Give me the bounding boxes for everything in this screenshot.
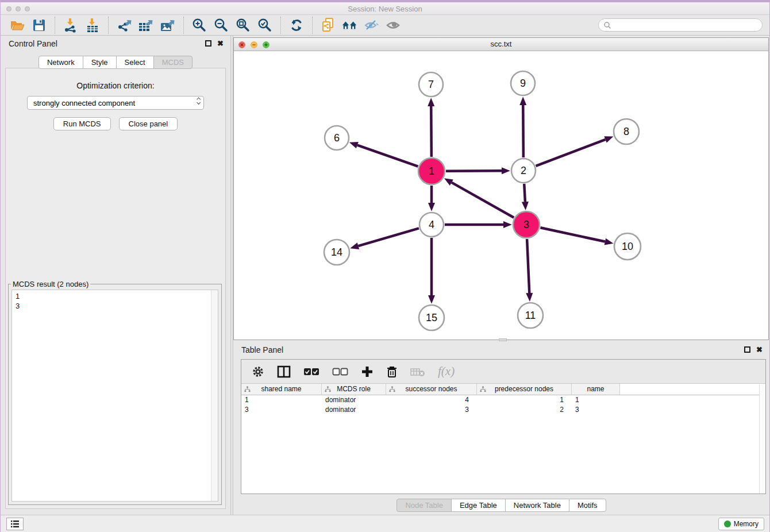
refresh-icon[interactable] — [288, 17, 305, 33]
node-4[interactable]: 4 — [419, 213, 444, 237]
table-cell[interactable]: 4 — [386, 395, 477, 405]
table-scrollbar[interactable] — [759, 384, 765, 494]
node-3[interactable]: 3 — [513, 211, 540, 238]
import-network-icon[interactable] — [62, 17, 79, 33]
run-mcds-button[interactable]: Run MCDS — [53, 117, 111, 130]
node-14[interactable]: 14 — [324, 240, 349, 265]
zoom-out-icon[interactable] — [213, 17, 230, 33]
show-all-icon[interactable] — [385, 17, 402, 33]
table-cell[interactable]: dominator — [322, 395, 386, 405]
table-cell[interactable]: 1 — [572, 395, 620, 405]
delete-column-icon[interactable] — [386, 365, 398, 378]
network-titlebar[interactable]: scc.txt — [234, 38, 768, 51]
edge-3-1[interactable] — [452, 183, 514, 218]
save-session-icon[interactable] — [30, 17, 48, 33]
table-cell[interactable]: 3 — [572, 405, 620, 415]
node-2[interactable]: 2 — [511, 159, 536, 183]
node-9[interactable]: 9 — [511, 71, 535, 95]
close-table-panel-icon[interactable]: ✖ — [756, 346, 763, 353]
edge-2-9[interactable] — [523, 105, 523, 157]
memory-button[interactable]: Memory — [718, 518, 764, 530]
select-all-columns-icon[interactable] — [303, 368, 319, 376]
column-header-predecessor-nodes[interactable]: predecessor nodes — [477, 384, 572, 395]
node-8[interactable]: 8 — [614, 119, 639, 144]
table-row[interactable]: 3dominator323 — [241, 405, 765, 415]
node-1[interactable]: 1 — [418, 158, 445, 184]
table-toolbar: f(x) — [241, 360, 765, 384]
node-7[interactable]: 7 — [419, 72, 443, 97]
svg-text:9: 9 — [520, 78, 526, 89]
edge-1-2[interactable] — [446, 171, 502, 171]
export-network-icon[interactable] — [116, 17, 133, 33]
table-panel-title: Table Panel — [241, 345, 283, 354]
open-session-icon[interactable] — [9, 17, 26, 33]
window-titlebar: Session: New Session — [1, 0, 769, 15]
node-6[interactable]: 6 — [325, 126, 349, 150]
table-row[interactable]: 1dominator411 — [241, 395, 765, 405]
edge-3-10[interactable] — [540, 228, 605, 241]
tab-motifs[interactable]: Motifs — [569, 499, 606, 512]
svg-text:7: 7 — [428, 79, 434, 90]
edge-2-8[interactable] — [536, 140, 606, 166]
search-field[interactable] — [598, 18, 763, 32]
table-body: 1dominator4113dominator323 — [241, 395, 765, 415]
node-15[interactable]: 15 — [419, 305, 444, 330]
add-column-icon[interactable] — [361, 365, 374, 378]
close-panel-icon[interactable]: ✖ — [217, 40, 224, 47]
edge-1-7[interactable] — [431, 106, 432, 157]
hide-selection-icon[interactable] — [363, 17, 380, 33]
network-canvas[interactable]: 7968124314101511 — [234, 51, 768, 340]
float-panel-icon[interactable] — [205, 40, 211, 47]
tab-select[interactable]: Select — [116, 56, 154, 69]
frame-resize-handle[interactable] — [499, 338, 507, 341]
svg-text:6: 6 — [334, 132, 340, 144]
tab-network[interactable]: Network — [38, 56, 83, 69]
split-columns-icon[interactable] — [277, 365, 291, 378]
column-header-shared-name[interactable]: shared name — [241, 384, 322, 395]
search-input[interactable] — [614, 21, 752, 29]
edge-1-6[interactable] — [357, 145, 418, 167]
zoom-fit-icon[interactable] — [234, 17, 252, 33]
import-table-icon[interactable] — [84, 17, 101, 33]
tab-mcds[interactable]: MCDS — [153, 56, 192, 69]
node-11[interactable]: 11 — [518, 303, 543, 328]
minimize-network-icon[interactable] — [251, 41, 257, 48]
table-cell[interactable]: 2 — [477, 405, 572, 415]
table-header-row: shared nameMCDS rolesuccessor nodesprede… — [241, 384, 765, 395]
edge-4-14[interactable] — [358, 228, 418, 246]
optimization-dropdown[interactable]: strongly connected component — [27, 96, 204, 110]
list-icon — [10, 520, 20, 528]
mcds-result-area[interactable]: 1 3 — [11, 290, 218, 502]
node-10[interactable]: 10 — [614, 233, 641, 260]
column-header-name[interactable]: name — [572, 384, 620, 395]
zoom-selected-icon[interactable] — [256, 17, 274, 33]
export-table-icon[interactable] — [137, 17, 155, 33]
column-header-successor-nodes[interactable]: successor nodes — [386, 384, 477, 395]
deselect-all-columns-icon[interactable] — [332, 368, 348, 376]
tab-edge-table[interactable]: Edge Table — [451, 499, 506, 512]
maximize-network-icon[interactable] — [263, 41, 270, 48]
result-scrollbar[interactable] — [211, 290, 218, 501]
task-history-button[interactable] — [6, 518, 24, 530]
edge-3-11[interactable] — [527, 239, 529, 293]
first-neighbors-icon[interactable] — [341, 17, 359, 33]
column-header-MCDS-role[interactable]: MCDS role — [322, 384, 386, 395]
table-cell[interactable]: dominator — [322, 405, 386, 415]
duplicate-network-icon[interactable] — [319, 17, 337, 33]
tab-style[interactable]: Style — [83, 56, 117, 69]
table-cell[interactable]: 1 — [477, 395, 572, 405]
network-graph: 7968124314101511 — [234, 51, 768, 340]
edge-2-3[interactable] — [524, 184, 525, 202]
table-cell[interactable]: 1 — [241, 395, 322, 405]
close-panel-button[interactable]: Close panel — [119, 117, 178, 130]
zoom-in-icon[interactable] — [191, 17, 208, 33]
table-cell[interactable]: 3 — [386, 405, 477, 415]
tab-network-table[interactable]: Network Table — [505, 499, 569, 512]
mcds-pane: Optimization criterion: strongly connect… — [5, 68, 226, 509]
table-settings-gear-icon[interactable] — [252, 365, 264, 378]
export-image-icon[interactable] — [159, 17, 176, 33]
tab-node-table[interactable]: Node Table — [396, 499, 452, 512]
table-cell[interactable]: 3 — [241, 405, 322, 415]
float-table-panel-icon[interactable] — [744, 346, 750, 353]
close-network-icon[interactable] — [238, 41, 245, 48]
